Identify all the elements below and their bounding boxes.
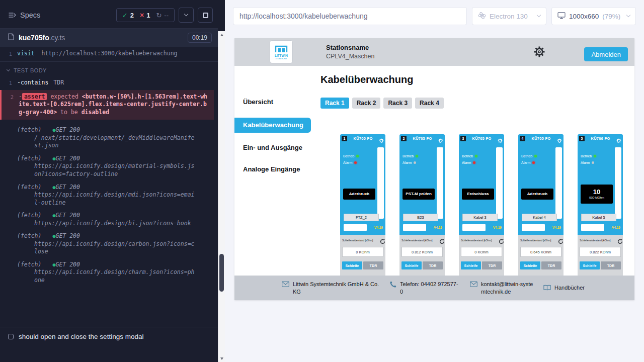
- test-body-section-header[interactable]: TEST BODY: [0, 63, 218, 78]
- schleife-button[interactable]: Schleife: [401, 261, 422, 269]
- next-test-row[interactable]: should open and close the settings modal: [0, 327, 218, 346]
- tab-rack-2[interactable]: Rack 2: [352, 98, 381, 109]
- station-name: CPLV4_Maschen: [326, 53, 374, 60]
- scrollbar-thumb[interactable]: [219, 254, 224, 292]
- cable-name-field[interactable]: B23: [403, 214, 438, 221]
- gear-icon[interactable]: [616, 136, 621, 141]
- network-log-entry[interactable]: (fetch)●GET 200 https://api.iconify.desi…: [0, 230, 218, 258]
- specs-menu-button[interactable]: Specs: [8, 11, 40, 19]
- status-message: Aderbruch: [343, 189, 375, 200]
- viewport-icon: [557, 12, 566, 21]
- scroll-up-icon[interactable]: [218, 31, 225, 38]
- scroll-down-icon[interactable]: [218, 355, 225, 362]
- iso-value: 10: [593, 189, 600, 196]
- tab-rack-3[interactable]: Rack 3: [383, 98, 412, 109]
- footer-manuals-link[interactable]: Handbücher: [543, 284, 585, 292]
- measurement-label: Schleifenwiderstand [kOhm]: [520, 239, 551, 241]
- measurement-label: Schleifenwiderstand [kOhm]: [342, 239, 373, 241]
- sidebar-item-ein-und-ausgaenge[interactable]: Ein- und Ausgänge: [234, 141, 311, 155]
- tdr-button[interactable]: TDR: [541, 261, 561, 269]
- schleife-button[interactable]: Schleife: [520, 261, 540, 269]
- cable-name-field[interactable]: Kabel 5: [581, 214, 616, 221]
- resistance-value: 0.812 KOhm: [401, 247, 443, 257]
- run-stats[interactable]: ✓2 ×1 ↻--: [116, 8, 175, 22]
- book-icon: [543, 285, 551, 291]
- cable-name-field[interactable]: Kabel 3: [462, 214, 498, 221]
- browser-select[interactable]: Electron 130: [472, 7, 546, 25]
- network-log-entry[interactable]: (fetch)●GET 200 https://api.iconify.desi…: [0, 181, 218, 210]
- tdr-button[interactable]: TDR: [423, 261, 443, 269]
- refresh-icon[interactable]: [380, 237, 385, 243]
- cable-name-field[interactable]: FTZ_2: [344, 214, 379, 221]
- command-assert-failed[interactable]: 2 -assert expected <button.w-[50%].h-[1.…: [0, 90, 214, 120]
- chevron-down-icon: [537, 13, 541, 17]
- betrieb-led: [416, 155, 418, 157]
- alarm-led: [532, 161, 535, 164]
- resistance-value: 0.822 KOhm: [580, 247, 621, 257]
- refresh-icon[interactable]: [499, 237, 504, 243]
- firmware-version: V4.19: [493, 226, 502, 229]
- status-message: Aderbruch: [521, 189, 553, 200]
- url-input[interactable]: http://localhost:3000/kabelueberwachung: [233, 7, 467, 25]
- network-log-entry[interactable]: (fetch)●GET 200 https://api.iconify.desi…: [0, 258, 218, 287]
- page-title: Kabelüberwachung: [320, 74, 413, 85]
- network-log-entry[interactable]: (fetch)●GET 200 https://api.iconify.desi…: [0, 152, 218, 181]
- collapse-reporter-button[interactable]: [179, 8, 194, 23]
- command-contains[interactable]: 1 -containsTDR: [0, 77, 218, 88]
- station-label: Stationsname: [326, 44, 374, 51]
- sidebar-item-analoge-eingaenge[interactable]: Analoge Eingänge: [234, 162, 311, 176]
- gear-icon[interactable]: [557, 136, 562, 141]
- gear-icon[interactable]: [498, 136, 503, 141]
- spec-file-icon: [8, 33, 14, 42]
- footer-email[interactable]: kontakt@littwin-systemtechnik.de: [470, 281, 534, 296]
- betrieb-label: Betrieb: [403, 154, 414, 158]
- gear-icon[interactable]: [438, 136, 443, 141]
- stat-failed: ×1: [140, 11, 150, 19]
- firmware-version: V4.19: [552, 226, 561, 229]
- card-model: KÜ706-FO: [586, 136, 615, 141]
- card-model: KÜ705-FO: [467, 136, 496, 141]
- checkmark-icon: ✓: [122, 12, 128, 19]
- viewport-select[interactable]: 1000x660 (79%): [551, 7, 636, 25]
- tdr-button[interactable]: TDR: [363, 261, 383, 269]
- measurement-label: Schleifenwiderstand [kOhm]: [461, 239, 492, 241]
- svg-text:LITTWIN: LITTWIN: [275, 54, 288, 57]
- command-visit[interactable]: 1 visit http://localhost:3000/kabelueber…: [0, 48, 218, 62]
- spec-file-row[interactable]: kue705fo.cy.ts 00:19: [0, 28, 218, 47]
- tab-rack-1[interactable]: Rack 1: [320, 98, 349, 109]
- cable-name-field[interactable]: Kabel 4: [522, 214, 557, 221]
- level-gauge: [555, 147, 562, 219]
- reporter-scrollbar[interactable]: [218, 31, 225, 362]
- test-checkbox-icon: [8, 334, 14, 339]
- tdr-button[interactable]: TDR: [601, 261, 621, 269]
- tab-rack-4[interactable]: Rack 4: [415, 98, 444, 109]
- schleife-button[interactable]: Schleife: [580, 261, 600, 269]
- schleife-button[interactable]: Schleife: [461, 261, 481, 269]
- sidebar-item-uebersicht[interactable]: Übersicht: [234, 95, 311, 109]
- refresh-icon: ↻: [156, 12, 162, 19]
- refresh-icon[interactable]: [439, 237, 445, 243]
- tdr-button[interactable]: TDR: [482, 261, 502, 269]
- gear-icon[interactable]: [379, 136, 384, 141]
- assert-badge: assert: [22, 93, 47, 100]
- refresh-icon[interactable]: [558, 237, 564, 243]
- network-log-entry[interactable]: (fetch)●GET 200 /_next/static/developmen…: [0, 124, 218, 152]
- phone-icon: [389, 281, 396, 288]
- firmware-version: V4.19: [434, 226, 442, 229]
- spec-file-name: kue705fo.cy.ts: [19, 34, 65, 42]
- stop-run-button[interactable]: [198, 8, 213, 23]
- rack-tabs: Rack 1 Rack 2 Rack 3 Rack 4: [320, 98, 444, 109]
- network-log-entry[interactable]: (fetch)●GET 200 https://api.iconify.desi…: [0, 209, 218, 230]
- measurement-label: Schleifenwiderstand [kOhm]: [580, 239, 610, 241]
- sidebar-item-kabelueberwachung[interactable]: Kabelüberwachung: [234, 118, 311, 133]
- settings-gear-icon[interactable]: [533, 46, 545, 58]
- footer-phone[interactable]: Telefon: 04402 972577-0: [389, 281, 461, 296]
- app-header: LITTWIN SYSTEMTECHNIK Stationsname CPLV4…: [234, 38, 634, 66]
- refresh-icon[interactable]: [617, 237, 623, 243]
- schleife-button[interactable]: Schleife: [342, 261, 362, 269]
- alarm-label: Alarm: [343, 161, 352, 164]
- betrieb-label: Betrieb: [521, 154, 532, 158]
- alarm-label: Alarm: [462, 161, 471, 164]
- firmware-version: V4.19: [374, 226, 383, 229]
- logout-button[interactable]: Abmelden: [584, 47, 628, 61]
